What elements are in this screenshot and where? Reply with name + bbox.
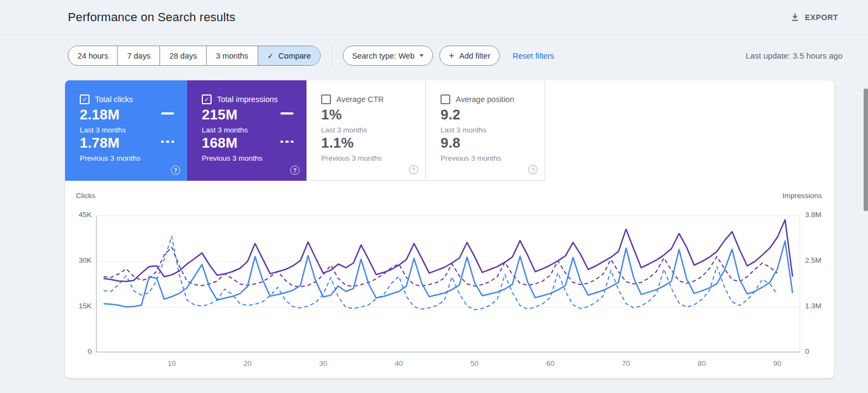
check-icon: ✓ [267,52,274,60]
metric-card-total-impressions[interactable]: ✓ Total impressions 215M Last 3 months 1… [187,80,307,181]
series-clicks-last-3-months [104,241,793,307]
metric-previous-caption: Previous 3 months [441,154,501,162]
metric-current-value: 215M [202,106,238,123]
x-axis-tick: 70 [615,359,637,367]
series-impressions-previous-3-months [104,247,777,287]
export-label: EXPORT [805,13,838,22]
date-range-chip-28-days[interactable]: 28 days [159,46,206,65]
metric-label: Total clicks [95,95,133,104]
metric-previous-value: 1.78M [80,135,119,151]
metric-card-average-ctr[interactable]: ✓ Average CTR 1% Last 3 months 1.1% Prev… [307,80,426,181]
header-divider [0,34,868,35]
metric-previous-value: 1.1% [321,135,354,151]
x-axis-tick: 60 [539,359,561,367]
average-position-checkbox[interactable]: ✓ [441,94,450,104]
metric-current-value: 1% [321,106,342,123]
page-header: Performance on Search results EXPORT [68,0,843,34]
metric-current-value: 2.18M [80,106,119,123]
dashed-line-legend-icon [280,141,294,143]
help-icon[interactable]: ? [171,166,180,175]
metric-previous-caption: Previous 3 months [321,154,382,162]
date-range-chip-3-months[interactable]: 3 months [206,46,258,65]
left-axis-tick: 0 [87,347,92,356]
left-axis-title: Clicks [76,192,95,200]
x-axis-tick: 90 [767,359,788,367]
metric-previous-value: 168M [202,135,238,151]
date-range-chip-24-hours[interactable]: 24 hours [68,46,117,65]
right-axis-tick: 3.8M [805,211,821,219]
x-axis-tick: 30 [312,359,334,367]
x-axis-tick: 50 [464,359,486,367]
add-filter-label: Add filter [459,52,490,60]
download-icon [790,12,800,22]
metric-current-caption: Last 3 months [202,126,248,134]
date-range-chip-7-days[interactable]: 7 days [117,46,159,65]
left-axis-tick: 15K [79,302,92,310]
right-axis-title: Impressions [782,192,822,200]
right-axis-tick: 1.3M [805,302,821,310]
help-icon[interactable]: ? [528,165,538,174]
search-type-label: Search type: Web [352,52,414,60]
metric-current-caption: Last 3 months [321,126,367,134]
average-ctr-checkbox[interactable]: ✓ [321,94,331,104]
caret-down-icon [419,54,424,57]
right-axis-tick: 0 [805,347,809,356]
right-axis-tick: 2.5M [805,256,821,264]
dashed-line-legend-icon [161,141,175,143]
metric-current-caption: Last 3 months [80,126,126,134]
x-axis-tick: 20 [237,359,258,367]
last-update-text: Last update: 3.5 hours ago [746,51,843,60]
left-axis-tick: 45K [79,211,92,219]
scrollbar[interactable] [864,88,868,211]
total-clicks-checkbox[interactable]: ✓ [80,94,90,104]
plus-icon: + [449,51,455,61]
metric-current-caption: Last 3 months [441,126,487,134]
metric-label: Total impressions [217,95,278,104]
metric-previous-caption: Previous 3 months [80,154,141,162]
solid-line-legend-icon [161,112,174,115]
x-axis-tick: 10 [161,359,183,367]
metric-previous-caption: Previous 3 months [202,154,263,162]
left-axis-tick: 30K [79,256,92,264]
total-impressions-checkbox[interactable]: ✓ [202,94,212,104]
metric-card-average-position[interactable]: ✓ Average position 9.2 Last 3 months 9.8… [426,80,545,181]
check-icon: ✓ [204,97,209,103]
metric-previous-value: 9.8 [441,135,461,151]
check-icon: ✓ [82,97,87,103]
help-icon[interactable]: ? [409,165,418,174]
solid-line-legend-icon [280,112,293,115]
metric-label: Average position [456,95,514,104]
x-axis-tick: 80 [691,359,713,367]
metric-card-total-clicks[interactable]: ✓ Total clicks 2.18M Last 3 months 1.78M… [65,80,187,181]
page-title: Performance on Search results [68,10,235,24]
metric-label: Average CTR [336,95,384,104]
date-range-group: 24 hours7 days28 days3 months✓Compare [68,46,321,66]
export-button[interactable]: EXPORT [786,9,843,25]
compare-chip[interactable]: ✓Compare [258,46,320,65]
search-type-dropdown[interactable]: Search type: Web [343,46,433,66]
filter-bar: 24 hours7 days28 days3 months✓Compare Se… [68,46,843,66]
x-axis-tick: 40 [388,359,410,367]
help-icon[interactable]: ? [290,166,299,175]
reset-filters-link[interactable]: Reset filters [513,52,554,60]
filter-separator [331,46,332,66]
performance-line-chart [96,215,800,352]
series-impressions-last-3-months [104,220,793,281]
add-filter-button[interactable]: + Add filter [439,46,500,66]
metric-current-value: 9.2 [441,106,461,123]
performance-panel: ✓ Total clicks 2.18M Last 3 months 1.78M… [65,80,834,378]
